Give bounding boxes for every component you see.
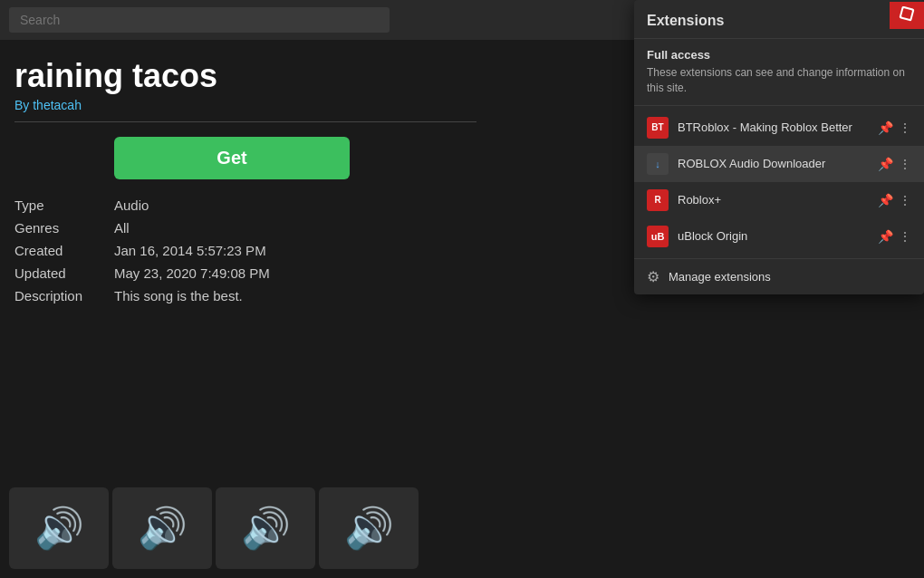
audio-downloader-name: ROBLOX Audio Downloader [678,157,878,170]
ublockorigin-pin-icon[interactable]: 📌 [878,229,893,244]
thumb-1[interactable]: 🔊 [9,487,109,569]
gear-icon: ⚙ [647,268,659,285]
genres-label: Genres [14,220,114,236]
speaker-icon-1: 🔊 [34,505,84,552]
extensions-title: Extensions [647,13,724,29]
extension-item-btroblox[interactable]: BT BTRoblox - Making Roblox Better 📌 ⋮ [634,110,924,146]
song-title: raining tacos [14,58,217,94]
thumbnails-row: 🔊 🔊 🔊 🔊 [0,478,428,578]
extension-item-ublockorigin[interactable]: uB uBlock Origin 📌 ⋮ [634,218,924,255]
thumb-4[interactable]: 🔊 [319,487,419,569]
extension-item-audio-downloader[interactable]: ↓ ROBLOX Audio Downloader 📌 ⋮ [634,146,924,182]
full-access-section: Full access These extensions can see and… [634,39,924,106]
full-access-desc: These extensions can see and change info… [647,65,911,96]
robloxplus-more-icon[interactable]: ⋮ [899,193,911,207]
roblox-logo-svg [898,6,916,24]
robloxplus-actions: 📌 ⋮ [878,193,911,207]
created-label: Created [14,243,114,258]
audio-downloader-icon: ↓ [647,153,669,175]
speaker-icon-4: 🔊 [344,505,394,552]
ublockorigin-name: uBlock Origin [678,229,878,243]
robloxplus-pin-icon[interactable]: 📌 [878,193,893,207]
btroblox-pin-icon[interactable]: 📌 [878,120,893,135]
btroblox-more-icon[interactable]: ⋮ [899,120,911,135]
extension-item-robloxplus[interactable]: R Roblox+ 📌 ⋮ [634,182,924,218]
audio-downloader-actions: 📌 ⋮ [878,157,911,171]
author-link[interactable]: thetacah [33,98,82,112]
extensions-header: Extensions × [634,0,924,39]
manage-extensions-label: Manage extensions [669,270,771,284]
robloxplus-name: Roblox+ [678,193,878,207]
btroblox-actions: 📌 ⋮ [878,120,911,135]
btroblox-name: BTRoblox - Making Roblox Better [678,120,878,134]
speaker-icon-3: 🔊 [241,505,291,552]
manage-extensions-item[interactable]: ⚙ Manage extensions [634,258,924,294]
ublockorigin-actions: 📌 ⋮ [878,229,911,244]
full-access-title: Full access [647,48,911,62]
speaker-icon-2: 🔊 [138,505,188,552]
thumb-2[interactable]: 🔊 [112,487,212,569]
extensions-list: BT BTRoblox - Making Roblox Better 📌 ⋮ ↓… [634,106,924,258]
type-label: Type [14,197,114,213]
audio-downloader-pin-icon[interactable]: 📌 [878,157,893,171]
updated-label: Updated [14,265,114,281]
roblox-logo [890,2,924,29]
ublockorigin-icon: uB [647,226,669,247]
description-label: Description [14,288,114,303]
audio-downloader-more-icon[interactable]: ⋮ [899,157,911,171]
robloxplus-icon: R [647,189,669,211]
get-button[interactable]: Get [114,137,350,179]
btroblox-icon: BT [647,117,669,139]
extensions-panel: Extensions × Full access These extension… [634,0,924,294]
thumb-3[interactable]: 🔊 [216,487,315,569]
search-input[interactable] [9,7,390,33]
ublockorigin-more-icon[interactable]: ⋮ [899,229,911,244]
divider [14,121,476,122]
